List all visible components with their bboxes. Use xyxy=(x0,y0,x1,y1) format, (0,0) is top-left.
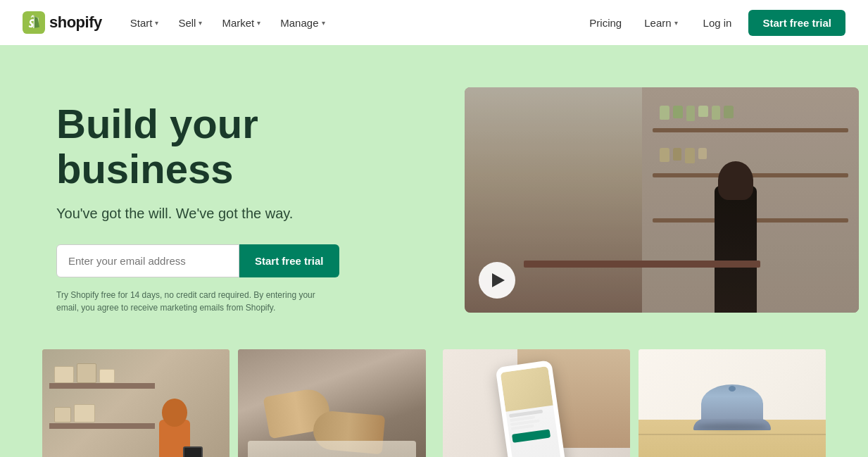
person-silhouette xyxy=(157,392,192,457)
hero-content: Build your business You've got the will.… xyxy=(56,87,436,314)
chevron-down-icon: ▾ xyxy=(257,19,260,27)
chevron-down-icon: ▾ xyxy=(674,19,678,27)
gallery-section xyxy=(0,341,868,457)
nav-sell[interactable]: Sell ▾ xyxy=(170,11,210,35)
nav-start[interactable]: Start ▾ xyxy=(122,11,168,35)
hero-subtitle: You've got the will. We've got the way. xyxy=(56,206,436,222)
signup-form: Start free trial xyxy=(56,244,436,277)
nav-left: Start ▾ Sell ▾ Market ▾ Manage ▾ xyxy=(122,11,334,35)
login-button[interactable]: Log in xyxy=(692,11,743,35)
nav-right: Pricing Learn ▾ Log in Start free trial xyxy=(581,10,845,36)
navigation: shopify Start ▾ Sell ▾ Market ▾ Manage ▾… xyxy=(0,0,868,45)
work-material xyxy=(248,441,417,457)
shopify-logo-icon xyxy=(23,11,45,34)
nav-pricing[interactable]: Pricing xyxy=(581,11,630,35)
chevron-down-icon: ▾ xyxy=(155,19,158,27)
nav-start-trial-button[interactable]: Start free trial xyxy=(748,10,845,36)
play-button[interactable] xyxy=(479,262,515,299)
hero-image xyxy=(465,87,859,313)
nav-manage[interactable]: Manage ▾ xyxy=(272,11,333,35)
email-input[interactable] xyxy=(56,244,239,277)
shelf-unit xyxy=(49,356,155,457)
gallery-image-3[interactable] xyxy=(443,349,630,457)
video-overlay xyxy=(465,87,859,313)
chevron-down-icon: ▾ xyxy=(322,19,325,27)
craft-bg xyxy=(238,349,425,457)
gallery-image-4[interactable] xyxy=(639,349,826,457)
gallery-image-2[interactable] xyxy=(238,349,425,457)
play-icon xyxy=(492,273,505,287)
hero-section: Build your business You've got the will.… xyxy=(0,45,868,341)
chevron-down-icon: ▾ xyxy=(199,19,202,27)
hero-start-trial-button[interactable]: Start free trial xyxy=(239,244,339,277)
hero-video-thumbnail[interactable] xyxy=(465,87,859,313)
hero-disclaimer: Try Shopify free for 14 days, no credit … xyxy=(56,289,338,314)
logo-link[interactable]: shopify xyxy=(23,11,102,34)
nav-learn[interactable]: Learn ▾ xyxy=(636,11,686,35)
brand-name: shopify xyxy=(49,13,102,32)
nav-market[interactable]: Market ▾ xyxy=(213,11,269,35)
cap-item xyxy=(693,384,771,430)
hero-title: Build your business xyxy=(56,101,436,192)
gallery-image-1[interactable] xyxy=(42,349,229,457)
